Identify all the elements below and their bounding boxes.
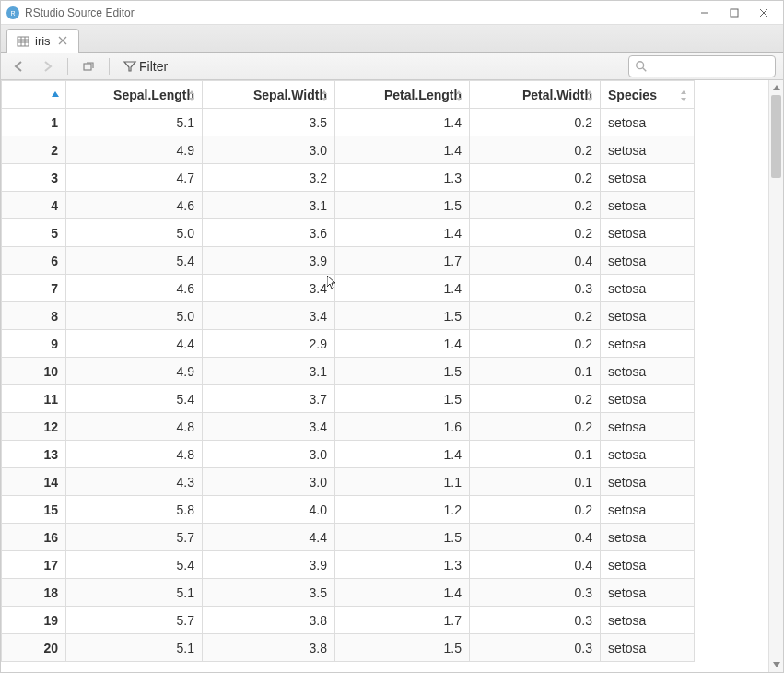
- scroll-up-icon[interactable]: [769, 80, 783, 95]
- cell-petal-length: 1.7: [335, 607, 470, 634]
- col-petal-width[interactable]: Petal.Width: [470, 81, 601, 109]
- tab-label: iris: [35, 34, 51, 48]
- cell-petal-width: 0.2: [470, 192, 601, 219]
- table-row[interactable]: 124.83.41.60.2setosa: [2, 413, 695, 441]
- row-index-header[interactable]: [2, 81, 66, 109]
- table-row[interactable]: 205.13.81.50.3setosa: [2, 634, 695, 662]
- minimize-button[interactable]: [698, 6, 711, 19]
- forward-button[interactable]: [36, 58, 58, 75]
- cell-petal-width: 0.4: [470, 247, 601, 275]
- row-index: 19: [2, 607, 66, 634]
- svg-rect-3: [731, 9, 738, 17]
- col-species[interactable]: Species: [601, 81, 695, 109]
- row-index: 2: [2, 136, 66, 164]
- cell-petal-length: 1.6: [335, 413, 470, 441]
- table-row[interactable]: 15.13.51.40.2setosa: [2, 109, 695, 136]
- scroll-down-icon[interactable]: [769, 657, 783, 672]
- tab-iris[interactable]: iris: [6, 29, 79, 53]
- svg-marker-23: [587, 90, 592, 94]
- cell-petal-length: 1.4: [335, 330, 470, 358]
- cell-sepal-length: 4.4: [66, 330, 203, 358]
- tab-close-icon[interactable]: [56, 35, 69, 48]
- svg-marker-16: [52, 91, 59, 97]
- col-sepal-width[interactable]: Sepal.Width: [203, 81, 335, 109]
- search-input-wrap[interactable]: [628, 55, 776, 77]
- cell-petal-length: 1.5: [335, 302, 470, 330]
- table-row[interactable]: 85.03.41.50.2setosa: [2, 302, 695, 330]
- cell-petal-width: 0.2: [470, 164, 601, 192]
- cell-petal-width: 0.2: [470, 136, 601, 164]
- row-index: 12: [2, 413, 66, 441]
- table-row[interactable]: 165.74.41.50.4setosa: [2, 524, 695, 551]
- vertical-scrollbar[interactable]: [768, 80, 783, 672]
- table-row[interactable]: 55.03.61.40.2setosa: [2, 219, 695, 247]
- row-index: 1: [2, 109, 66, 136]
- cell-sepal-length: 4.3: [66, 468, 203, 496]
- cell-species: setosa: [601, 468, 695, 496]
- close-button[interactable]: [757, 6, 770, 19]
- cell-sepal-length: 4.9: [66, 136, 203, 164]
- cell-petal-length: 1.7: [335, 247, 470, 275]
- cell-sepal-width: 3.6: [203, 219, 335, 247]
- table-row[interactable]: 104.93.11.50.1setosa: [2, 358, 695, 385]
- cell-petal-width: 0.2: [470, 219, 601, 247]
- scroll-thumb[interactable]: [771, 95, 781, 178]
- cell-petal-width: 0.1: [470, 468, 601, 496]
- table-row[interactable]: 94.42.91.40.2setosa: [2, 330, 695, 358]
- cell-sepal-length: 4.6: [66, 192, 203, 219]
- table-row[interactable]: 134.83.01.40.1setosa: [2, 441, 695, 468]
- cell-petal-length: 1.5: [335, 358, 470, 385]
- table-row[interactable]: 155.84.01.20.2setosa: [2, 496, 695, 524]
- cell-petal-width: 0.2: [470, 330, 601, 358]
- svg-rect-13: [84, 64, 91, 70]
- table-row[interactable]: 115.43.71.50.2setosa: [2, 385, 695, 413]
- cell-species: setosa: [601, 358, 695, 385]
- maximize-button[interactable]: [728, 6, 741, 19]
- cell-sepal-length: 5.4: [66, 247, 203, 275]
- table-row[interactable]: 195.73.81.70.3setosa: [2, 607, 695, 634]
- table-row[interactable]: 175.43.91.30.4setosa: [2, 551, 695, 579]
- cell-sepal-width: 3.1: [203, 358, 335, 385]
- cell-sepal-width: 3.1: [203, 192, 335, 219]
- row-index: 20: [2, 634, 66, 662]
- row-index: 8: [2, 302, 66, 330]
- cell-species: setosa: [601, 413, 695, 441]
- scroll-track[interactable]: [769, 95, 783, 657]
- table-row[interactable]: 185.13.51.40.3setosa: [2, 579, 695, 607]
- cell-species: setosa: [601, 496, 695, 524]
- cell-species: setosa: [601, 551, 695, 579]
- row-index: 11: [2, 385, 66, 413]
- cell-petal-length: 1.5: [335, 192, 470, 219]
- table-row[interactable]: 44.63.11.50.2setosa: [2, 192, 695, 219]
- row-index: 4: [2, 192, 66, 219]
- table-row[interactable]: 65.43.91.70.4setosa: [2, 247, 695, 275]
- table-row[interactable]: 24.93.01.40.2setosa: [2, 136, 695, 164]
- cell-sepal-width: 2.9: [203, 330, 335, 358]
- back-button[interactable]: [8, 58, 30, 75]
- svg-marker-21: [456, 90, 462, 94]
- svg-marker-28: [773, 662, 780, 667]
- filter-button[interactable]: Filter: [119, 57, 171, 76]
- toolbar: Filter: [1, 53, 783, 80]
- col-petal-length[interactable]: Petal.Length: [335, 81, 470, 109]
- cell-petal-width: 0.2: [470, 413, 601, 441]
- svg-marker-22: [456, 98, 462, 101]
- row-index: 14: [2, 468, 66, 496]
- table-row[interactable]: 74.63.41.40.3setosa: [2, 275, 695, 302]
- table-row[interactable]: 144.33.01.10.1setosa: [2, 468, 695, 496]
- cell-petal-width: 0.3: [470, 579, 601, 607]
- cell-petal-width: 0.2: [470, 109, 601, 136]
- popout-button[interactable]: [77, 58, 99, 75]
- cell-petal-length: 1.4: [335, 109, 470, 136]
- cell-sepal-length: 5.1: [66, 634, 203, 662]
- table-row[interactable]: 34.73.21.30.2setosa: [2, 164, 695, 192]
- col-sepal-length[interactable]: Sepal.Length: [66, 81, 203, 109]
- row-index: 3: [2, 164, 66, 192]
- svg-marker-25: [681, 90, 686, 94]
- search-input[interactable]: [651, 58, 769, 74]
- cell-sepal-width: 4.4: [203, 524, 335, 551]
- cell-sepal-length: 5.8: [66, 496, 203, 524]
- table-header-row: Sepal.Length Sepal.Width Petal.Length Pe…: [2, 81, 695, 109]
- row-index: 16: [2, 524, 66, 551]
- cell-petal-length: 1.4: [335, 219, 470, 247]
